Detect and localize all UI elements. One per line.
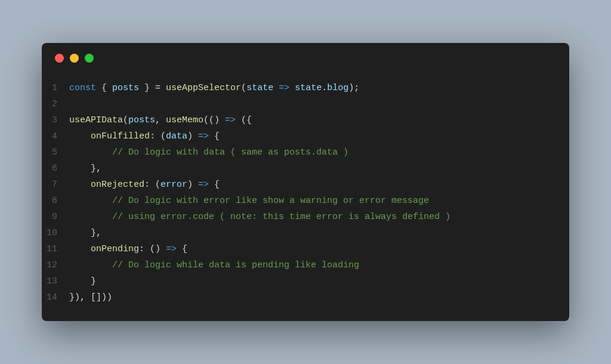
token-param: state [295,83,322,93]
code-line: 11 onPending: () => { [42,241,569,257]
token-plain [69,147,112,158]
code-content: // Do logic with error like show a warni… [69,193,429,209]
token-punct: ( [241,83,246,93]
token-kw: => [198,180,214,190]
token-kw: => [279,83,295,93]
token-param: blog [327,83,348,93]
line-number: 13 [42,273,69,289]
line-number: 9 [42,209,69,225]
code-line: 8 // Do logic with error like show a war… [42,193,569,209]
token-prop: onFulfilled [91,131,150,141]
code-content: }), [])) [69,289,112,306]
token-kw: => [166,244,182,254]
token-param: state [246,83,279,93]
line-number: 14 [42,289,69,306]
token-punct: { [214,180,220,190]
code-line: 4 onFulfilled: (data) => { [42,128,569,144]
token-fn: useAPIData [69,115,123,125]
token-comment: // Do logic while data is pending like l… [112,260,359,270]
titlebar [42,43,569,73]
token-punct: : ( [150,131,166,141]
code-content: useAPIData(posts, useMemo(() => ({ [69,112,252,128]
code-content: // Do logic with data ( same as posts.da… [69,144,348,161]
token-punct: ) [187,180,198,190]
line-number: 7 [42,177,69,193]
token-plain [69,212,112,222]
token-comment: // Do logic with data ( same as posts.da… [112,147,348,158]
code-content: // Do logic while data is pending like l… [69,257,359,273]
token-kw: => [225,115,241,125]
code-content: onPending: () => { [69,241,187,257]
token-prop: onRejected [91,180,144,190]
code-line: 5 // Do logic with data ( same as posts.… [42,144,569,161]
token-param: error [161,180,187,190]
token-var: posts [112,83,144,93]
token-plain [69,180,91,190]
token-punct: , [155,115,166,125]
token-punct: . [322,83,327,93]
token-plain [69,260,112,270]
token-punct: }), [])) [69,292,112,303]
token-fn: useMemo [166,115,203,125]
token-punct: { [101,83,112,93]
token-punct: : ( [144,180,161,190]
token-punct: : () [139,244,166,254]
code-line: 1const { posts } = useAppSelector(state … [42,80,569,96]
code-line: 3useAPIData(posts, useMemo(() => ({ [42,112,569,128]
token-comment: // using error.code ( note: this time er… [112,212,450,222]
token-plain [69,131,91,141]
code-line: 14}), [])) [42,289,569,306]
line-number: 2 [42,96,69,112]
code-line: 10 }, [42,225,569,241]
code-line: 2 [42,96,569,112]
token-punct: } [69,276,96,286]
line-number: 8 [42,193,69,209]
maximize-icon[interactable] [85,54,94,63]
line-number: 6 [42,161,69,177]
code-line: 13 } [42,273,569,289]
token-punct: }, [69,228,101,238]
code-content: }, [69,225,101,241]
code-area: 1const { posts } = useAppSelector(state … [42,73,569,321]
code-content: onFulfilled: (data) => { [69,128,220,144]
token-param: data [166,131,187,141]
token-punct: }, [69,164,101,174]
code-content: }, [69,161,101,177]
token-kw: const [69,83,101,93]
token-punct: { [182,244,187,254]
token-punct: ({ [241,115,252,125]
line-number: 3 [42,112,69,128]
code-line: 7 onRejected: (error) => { [42,177,569,193]
line-number: 11 [42,241,69,257]
token-punct: ); [348,83,359,93]
code-line: 12 // Do logic while data is pending lik… [42,257,569,273]
line-number: 4 [42,128,69,144]
line-number: 10 [42,225,69,241]
code-line: 6 }, [42,161,569,177]
token-var: posts [128,115,155,125]
code-content: } [69,273,96,289]
line-number: 12 [42,257,69,273]
token-comment: // Do logic with error like show a warni… [112,196,429,206]
token-plain [69,196,112,206]
token-punct: ( [123,115,128,125]
token-kw: => [198,131,214,141]
token-punct: { [214,131,220,141]
token-op: = [155,83,166,93]
token-punct: (() [203,115,225,125]
code-content: // using error.code ( note: this time er… [69,209,450,225]
minimize-icon[interactable] [70,54,79,63]
code-window: 1const { posts } = useAppSelector(state … [42,43,569,321]
line-number: 1 [42,80,69,96]
close-icon[interactable] [55,54,64,63]
token-prop: onPending [91,244,139,254]
code-line: 9 // using error.code ( note: this time … [42,209,569,225]
token-plain [69,244,91,254]
token-punct: } [144,83,155,93]
token-fn: useAppSelector [166,83,241,93]
code-content: onRejected: (error) => { [69,177,220,193]
line-number: 5 [42,144,69,161]
code-content: const { posts } = useAppSelector(state =… [69,80,359,96]
token-punct: ) [187,131,198,141]
